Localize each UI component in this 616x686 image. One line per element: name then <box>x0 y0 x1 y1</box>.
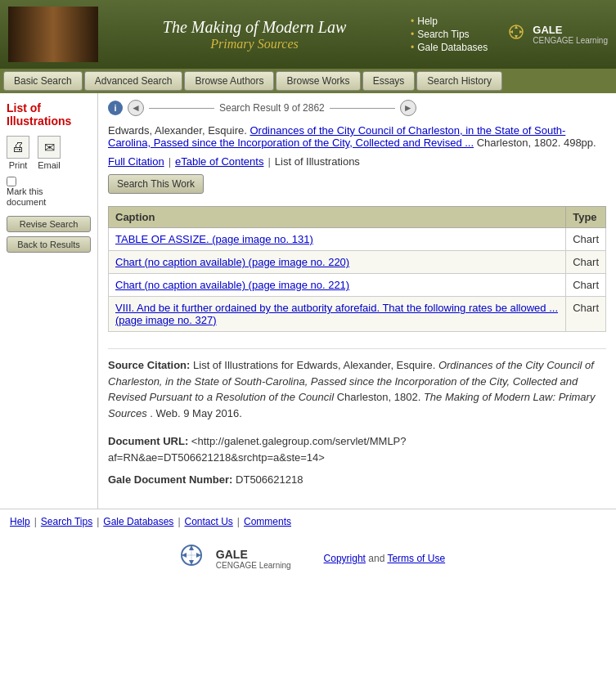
header: The Making of Modern Law Primary Sources… <box>0 0 616 69</box>
citation-publisher: Charleston, 1802. 498pp. <box>477 137 596 149</box>
source-citation-label: Source Citation: <box>108 359 190 371</box>
caption-cell: TABLE OF ASSIZE. (page image no. 131) <box>109 228 566 251</box>
type-cell: Chart <box>566 228 606 251</box>
doc-url-block: Document URL: <http://galenet.galegroup.… <box>108 433 606 465</box>
current-section-label: List of Illustrations <box>275 155 360 168</box>
print-label: Print <box>9 160 28 170</box>
footer-gale-db-link[interactable]: Gale Databases <box>103 516 173 527</box>
search-history-btn[interactable]: Search History <box>416 71 502 91</box>
source-citation-text: List of Illustrations for Edwards, Alexa… <box>193 359 438 371</box>
citation-block: Edwards, Alexander, Esquire. Ordinances … <box>108 124 606 149</box>
mark-label: Mark thisdocument <box>7 186 46 208</box>
gale-logo-text: GALE <box>533 24 608 36</box>
advanced-search-btn[interactable]: Advanced Search <box>84 71 183 91</box>
sidebar-actions: 🖨 Print ✉ Email <box>7 136 91 170</box>
sidebar-title: List of Illustrations <box>7 101 91 128</box>
print-icon: 🖨 <box>7 136 29 159</box>
footer-search-tips-link[interactable]: Search Tips <box>41 516 92 527</box>
footer-gale-icon <box>171 542 212 575</box>
mark-checkbox[interactable] <box>7 177 16 186</box>
table-row: Chart (no caption available) (page image… <box>109 274 606 297</box>
nav-line-left <box>149 108 214 109</box>
caption-cell: Chart (no caption available) (page image… <box>109 251 566 274</box>
main-title: The Making of Modern Law <box>98 18 411 37</box>
header-help-link[interactable]: Help <box>411 16 488 27</box>
footer-comments-link[interactable]: Comments <box>244 516 291 527</box>
caption-link[interactable]: Chart (no caption available) (page image… <box>115 279 349 291</box>
gale-doc-label: Gale Document Number: <box>108 473 232 486</box>
gale-doc-number: DT506621218 <box>236 473 303 486</box>
caption-link[interactable]: VIII. And be it further ordained by the … <box>115 302 558 326</box>
revise-search-btn[interactable]: Revise Search <box>7 216 91 232</box>
nav-line-right <box>330 108 395 109</box>
back-to-results-btn[interactable]: Back to Results <box>7 236 91 253</box>
footer-contact-link[interactable]: Contact Us <box>185 516 233 527</box>
table-row: Chart (no caption available) (page image… <box>109 251 606 274</box>
caption-col-header: Caption <box>109 207 566 228</box>
mark-doc-section: Mark thisdocument <box>7 177 91 208</box>
caption-link[interactable]: Chart (no caption available) (page image… <box>115 256 349 268</box>
sidebar: List of Illustrations 🖨 Print ✉ Email Ma… <box>0 93 98 509</box>
citation-author: Edwards, Alexander, Esquire. <box>108 124 247 137</box>
copyright-link[interactable]: Copyright <box>324 553 366 564</box>
source-citation-block: Source Citation: List of Illustrations f… <box>108 348 606 421</box>
type-cell: Chart <box>566 251 606 274</box>
browse-authors-btn[interactable]: Browse Authors <box>184 71 274 91</box>
email-label: Email <box>38 160 61 170</box>
navbar: Basic Search Advanced Search Browse Auth… <box>0 69 616 93</box>
browse-works-btn[interactable]: Browse Works <box>276 71 360 91</box>
header-search-tips-link[interactable]: Search Tips <box>411 29 488 40</box>
result-count-text: Search Result 9 of 2862 <box>219 102 325 114</box>
source-citation-text3: . Web. 9 May 2016. <box>150 407 242 419</box>
sub-title: Primary Sources <box>98 37 411 52</box>
breadcrumb: Full Citation | eTable of Contents | Lis… <box>108 155 606 168</box>
gale-logo: GALE CENGAGE Learning <box>504 22 608 47</box>
cengage-logo-text: CENGAGE Learning <box>533 36 608 45</box>
doc-url-label: Document URL: <box>108 435 188 447</box>
header-gale-db-link[interactable]: Gale Databases <box>411 42 488 53</box>
footer-cengage-text: CENGAGE Learning <box>216 561 291 570</box>
table-row: TABLE OF ASSIZE. (page image no. 131)Cha… <box>109 228 606 251</box>
full-citation-link[interactable]: Full Citation <box>108 155 164 168</box>
illustrations-table: Caption Type TABLE OF ASSIZE. (page imag… <box>108 206 606 332</box>
source-citation-text2: Charleston, 1802. <box>337 391 424 403</box>
email-icon-btn[interactable]: ✉ Email <box>38 136 61 170</box>
footer-help-link[interactable]: Help <box>10 516 30 527</box>
next-result-btn[interactable]: ► <box>400 100 416 116</box>
essays-btn[interactable]: Essays <box>362 71 416 91</box>
email-icon: ✉ <box>38 136 61 159</box>
footer-links: Help | Search Tips | Gale Databases | Co… <box>0 509 616 534</box>
info-icon[interactable]: i <box>108 101 123 115</box>
header-links: Help Search Tips Gale Databases <box>411 16 488 53</box>
content: i ◄ Search Result 9 of 2862 ► Edwards, A… <box>98 93 616 509</box>
caption-link[interactable]: TABLE OF ASSIZE. (page image no. 131) <box>115 233 313 245</box>
type-cell: Chart <box>566 297 606 332</box>
footer-and-text: and <box>368 553 384 564</box>
type-cell: Chart <box>566 274 606 297</box>
footer-copyright: Copyright and Terms of Use <box>324 553 446 564</box>
search-this-work-btn[interactable]: Search This Work <box>108 174 204 194</box>
gale-doc-block: Gale Document Number: DT506621218 <box>108 473 606 486</box>
etoc-link[interactable]: eTable of Contents <box>175 155 263 168</box>
table-row: VIII. And be it further ordained by the … <box>109 297 606 332</box>
header-title: The Making of Modern Law Primary Sources <box>98 18 411 52</box>
main: List of Illustrations 🖨 Print ✉ Email Ma… <box>0 93 616 509</box>
print-icon-btn[interactable]: 🖨 Print <box>7 136 29 170</box>
terms-link[interactable]: Terms of Use <box>387 553 445 564</box>
footer-gale-text: GALE <box>216 548 291 561</box>
result-navigation: i ◄ Search Result 9 of 2862 ► <box>108 100 606 116</box>
caption-cell: VIII. And be it further ordained by the … <box>109 297 566 332</box>
mark-checkbox-row <box>7 177 16 186</box>
type-col-header: Type <box>566 207 606 228</box>
gale-logo-icon <box>504 22 528 47</box>
book-spine-image <box>8 7 98 62</box>
basic-search-btn[interactable]: Basic Search <box>3 71 83 91</box>
footer-gale-logo: GALE CENGAGE Learning <box>171 542 291 575</box>
footer-logo: GALE CENGAGE Learning Copyright and Term… <box>0 534 616 583</box>
caption-cell: Chart (no caption available) (page image… <box>109 274 566 297</box>
prev-result-btn[interactable]: ◄ <box>128 100 144 116</box>
